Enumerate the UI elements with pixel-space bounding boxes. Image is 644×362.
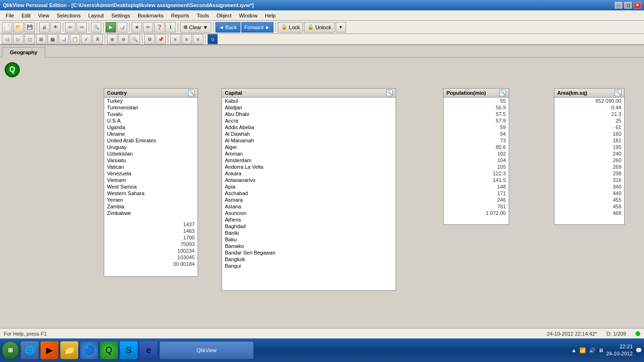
list-item[interactable]: Apia [222,183,396,190]
list-item[interactable]: 61 [554,124,624,131]
tray-notify-icon[interactable]: 💬 [636,347,642,354]
t2-btn14[interactable]: 📌 [156,34,166,44]
menu-file[interactable]: File [2,12,18,19]
find-button[interactable]: 🔍 [91,22,101,33]
taskbar-icon-chrome[interactable]: 🔵 [80,341,98,359]
menu-window[interactable]: Window [235,12,261,19]
pop-search-icon[interactable]: 🔍 [499,90,506,96]
preview-button[interactable]: 👁 [50,22,61,33]
tab-geography[interactable]: Geography [2,47,45,58]
list-item[interactable]: 0.44 [554,104,624,111]
t2-align-right[interactable]: ≡ [193,34,203,44]
taskbar-icon-qv[interactable]: Q [100,341,118,359]
list-item[interactable]: 104 [444,157,509,164]
taskbar-icon-explorer[interactable]: 📁 [60,341,78,359]
list-item[interactable]: Abidjan [222,104,396,111]
list-item[interactable]: 105 [444,164,509,170]
system-clock[interactable]: 22:21 24-10-2012 [606,343,633,358]
list-item[interactable]: Astana [222,203,396,210]
list-item[interactable]: Zimbabwe [104,210,198,216]
list-item[interactable]: Bamako [222,243,396,249]
area-search-icon[interactable]: 🔍 [615,90,621,96]
tray-network-icon[interactable]: 📶 [579,347,586,354]
t2-btn5[interactable]: ▦ [47,34,58,44]
t2-logo[interactable]: Q [207,34,218,44]
capital-search-icon[interactable]: 🔍 [386,90,393,96]
list-item[interactable]: 1 072.00 [444,210,509,215]
list-item[interactable]: 122.3 [444,170,509,177]
list-item[interactable]: 73 [444,137,509,144]
menu-object[interactable]: Object [213,12,235,19]
menu-selections[interactable]: Selections [53,12,84,19]
list-item[interactable]: 160 [554,131,624,137]
list-item[interactable]: Venezuela [104,170,198,177]
bookmark-button[interactable]: ★ [132,22,142,33]
t2-btn10[interactable]: ⊕ [107,34,117,44]
list-item[interactable]: 21.3 [554,111,624,117]
country-header[interactable]: Country 🔍 [104,89,198,98]
menu-tools[interactable]: Tools [193,12,213,19]
list-item[interactable]: Asuncion [222,210,396,216]
tray-sound-icon[interactable]: 🔊 [589,347,595,354]
list-item[interactable]: Uruguay [104,144,198,150]
start-button[interactable]: ⊞ [2,341,19,359]
list-item-number[interactable]: 1463 [104,228,198,234]
list-item[interactable]: Vietnam [104,177,198,183]
list-item[interactable]: Bangui [222,263,396,269]
list-item[interactable]: 468 [554,210,624,215]
list-item[interactable]: 171 [444,190,509,197]
list-item[interactable]: Turkmenistan [104,104,198,111]
taskbar-icon-ie2[interactable]: e [140,341,157,359]
list-item[interactable]: Yemen [104,197,198,203]
open-button[interactable]: 📂 [13,22,24,33]
list-item[interactable]: Western Sahara [104,190,198,197]
t2-align-left[interactable]: ≡ [170,34,181,44]
t2-btn4[interactable]: ⊞ [36,34,46,44]
list-item[interactable]: Kabul [222,98,396,104]
list-item[interactable]: Asmara [222,197,396,203]
list-item[interactable]: 458 [554,203,624,210]
list-item[interactable]: Uzbekistan [104,150,198,157]
undo-button[interactable]: ↩ [65,22,75,33]
list-item[interactable]: U.S.A. [104,117,198,124]
unlock-button[interactable]: 🔓 Unlock [304,22,335,33]
t2-btn3[interactable]: ◻ [25,34,35,44]
list-item[interactable]: Al Manamah [222,137,396,144]
menu-settings[interactable]: Settings [107,12,134,19]
t2-btn13[interactable]: ⚙ [144,34,155,44]
list-item-number[interactable]: 100234 [104,247,198,254]
list-item[interactable]: Ankara [222,170,396,177]
list-item[interactable]: 102 [444,150,509,157]
menu-edit[interactable]: Edit [18,12,34,19]
t2-btn12[interactable]: 🔍 [130,34,140,44]
list-item[interactable]: United Arab Emirates [104,137,198,144]
t2-btn2[interactable]: ▷ [13,34,24,44]
list-item[interactable]: 440 [554,190,624,197]
t2-btn6[interactable]: 📊 [58,34,69,44]
list-item[interactable]: Aschabad [222,190,396,197]
list-item[interactable]: 260 [554,157,624,164]
menu-layout[interactable]: Layout [84,12,107,19]
taskbar-icon-ie[interactable]: 🌐 [21,341,39,359]
list-item-number[interactable]: 75093 [104,241,198,247]
list-item[interactable]: 181 [554,137,624,144]
taskbar-app-qv[interactable]: QlikView [159,341,254,359]
list-item[interactable]: Abu Dhabi [222,111,396,117]
list-item[interactable]: Bandar Seri Begawan [222,249,396,256]
list-item[interactable]: 652 090.00 [554,98,624,104]
taskbar-icon-media[interactable]: ▶ [41,341,58,359]
list-item[interactable]: Baku [222,236,396,243]
about-button[interactable]: ℹ [165,22,176,33]
clear-button[interactable]: ⊗ Clear ▼ [180,22,211,33]
list-item[interactable]: Antananarivo [222,177,396,183]
restore-button[interactable]: ◻ [624,2,632,8]
t2-btn9[interactable]: A [92,34,103,44]
menu-view[interactable]: View [34,12,53,19]
list-item[interactable]: 57.9 [444,117,509,124]
capital-header[interactable]: Capital 🔍 [222,89,396,98]
list-item[interactable]: Alger [222,144,396,150]
list-item[interactable]: Tuvalu [104,111,198,117]
t2-btn11[interactable]: ⊖ [118,34,129,44]
extra-dropdown[interactable]: ▼ [336,22,346,33]
list-item[interactable]: 64 [444,131,509,137]
